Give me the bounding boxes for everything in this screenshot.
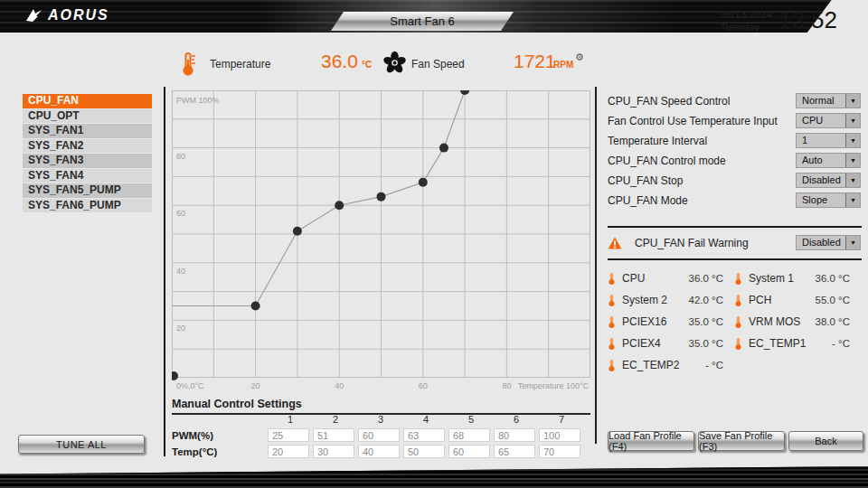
left-divider	[164, 87, 165, 456]
temp-input[interactable]: 20	[268, 445, 309, 458]
setting-label: CPU_FAN Speed Control	[608, 95, 796, 108]
fail-warning-dropdown[interactable]: Disabled ▼	[796, 235, 861, 250]
page-title: Smart Fan 6	[331, 12, 514, 31]
thermometer-mini-icon	[608, 294, 616, 307]
dropdown-value: Disabled	[797, 174, 845, 187]
pwm-row-label: PWM(%)	[172, 430, 213, 441]
setting-label: Temperature Interval	[608, 135, 796, 147]
chevron-down-icon[interactable]: ▼	[845, 94, 860, 108]
svg-text:0%,0°C: 0%,0°C	[176, 381, 204, 390]
setting-dropdown[interactable]: Auto ▼	[796, 153, 861, 168]
setting-dropdown[interactable]: CPU ▼	[796, 113, 861, 128]
column-header: 7	[539, 414, 584, 425]
pwm-input[interactable]: 80	[494, 428, 535, 442]
temp-input[interactable]: 50	[403, 445, 445, 458]
pwm-input[interactable]: 51	[313, 428, 354, 442]
fan-list-item[interactable]: SYS_FAN1	[23, 124, 152, 138]
tune-all-button[interactable]: TUNE ALL	[18, 435, 145, 454]
save-fan-profile-button[interactable]: Save Fan Profile (F3)	[698, 431, 785, 451]
setting-dropdown[interactable]: Disabled ▼	[796, 173, 861, 188]
fan-curve-svg: PWM 100%806040200%,0°C20406080Temperatur…	[172, 90, 590, 394]
temp-input[interactable]: 65	[494, 445, 535, 458]
temp-label: EC_TEMP2	[622, 359, 679, 371]
thermometer-mini-icon	[608, 337, 616, 351]
setting-dropdown[interactable]: Normal ▼	[796, 93, 861, 108]
chevron-down-icon[interactable]: ▼	[845, 193, 860, 207]
thermometer-mini-icon	[608, 315, 616, 329]
weekday-text: Tuesday	[720, 21, 772, 33]
setting-dropdown[interactable]: Slope ▼	[796, 192, 861, 208]
warning-icon	[608, 237, 622, 249]
temp-value: - °C	[832, 338, 861, 349]
fan-list: CPU_FAN CPU_OPT SYS_FAN1 SYS_FAN2 SYS_FA…	[23, 94, 152, 213]
pwm-input[interactable]: 100	[539, 428, 580, 442]
date-text: 08/13/2024	[720, 8, 772, 21]
dropdown-value: 1	[797, 134, 845, 147]
setting-label: Fan Control Use Temperature Input	[608, 115, 796, 127]
column-header: 4	[403, 414, 448, 425]
column-header: 3	[358, 414, 403, 425]
svg-text:20: 20	[176, 324, 185, 333]
temperature-unit: °C	[362, 60, 372, 70]
chevron-down-icon[interactable]: ▼	[845, 236, 860, 249]
fan-list-item[interactable]: CPU_OPT	[23, 109, 152, 124]
logo-text: AORUS	[48, 7, 109, 23]
temp-label: PCIEX16	[622, 315, 666, 328]
svg-text:40: 40	[335, 381, 344, 390]
column-header: 6	[494, 414, 539, 425]
temp-input[interactable]: 70	[539, 445, 580, 458]
fan-list-item[interactable]: SYS_FAN6_PUMP	[23, 199, 152, 213]
setting-row: Temperature Interval 1 ▼	[608, 133, 861, 148]
back-button[interactable]: Back	[788, 431, 863, 451]
dropdown-value: CPU	[797, 114, 845, 127]
fan-icon	[382, 51, 407, 75]
setting-row: CPU_FAN Mode Slope ▼	[608, 192, 861, 208]
load-fan-profile-button[interactable]: Load Fan Profile (F4)	[608, 431, 694, 451]
separator	[608, 226, 862, 228]
setting-dropdown[interactable]: 1 ▼	[796, 133, 861, 148]
chevron-down-icon[interactable]: ▼	[845, 154, 860, 167]
pwm-input[interactable]: 25	[268, 428, 309, 442]
chevron-down-icon[interactable]: ▼	[845, 134, 860, 147]
fan-list-item[interactable]: SYS_FAN5_PUMP	[23, 183, 152, 198]
temp-reading: VRM MOS 38.0 °C	[734, 311, 861, 333]
thermometer-mini-icon	[734, 337, 742, 351]
fan-list-item[interactable]: CPU_FAN	[23, 94, 152, 108]
fan-list-item[interactable]: SYS_FAN2	[23, 139, 152, 154]
chevron-down-icon[interactable]: ▼	[845, 114, 860, 127]
temp-row-label: Temp(°C)	[172, 446, 217, 457]
temp-label: PCH	[749, 294, 771, 306]
fan-list-item[interactable]: SYS_FAN4	[23, 169, 152, 183]
dropdown-value: Normal	[797, 94, 845, 108]
temp-value: 38.0 °C	[816, 316, 861, 327]
temp-input[interactable]: 40	[358, 445, 400, 458]
pwm-input[interactable]: 60	[358, 428, 400, 442]
svg-text:20: 20	[251, 381, 260, 390]
svg-text:40: 40	[176, 267, 185, 276]
temp-reading: System 1 36.0 °C	[734, 267, 861, 289]
temp-reading: EC_TEMP2 - °C	[608, 354, 734, 376]
temp-label: EC_TEMP1	[749, 337, 806, 350]
fan-list-item[interactable]: SYS_FAN3	[23, 154, 152, 168]
setting-row: CPU_FAN Stop Disabled ▼	[608, 173, 861, 188]
chevron-down-icon[interactable]: ▼	[845, 174, 860, 187]
svg-text:PWM 100%: PWM 100%	[176, 96, 220, 105]
temp-input[interactable]: 30	[313, 445, 354, 458]
pwm-input[interactable]: 68	[448, 428, 490, 442]
temp-reading: PCH 55.0 °C	[734, 289, 861, 311]
thermometer-mini-icon	[608, 359, 616, 372]
temp-label: System 1	[749, 272, 794, 285]
gear-icon[interactable]: ⚙	[575, 52, 584, 63]
thermometer-mini-icon	[734, 272, 742, 286]
pwm-row: 25 51 60 63 68 80 100	[268, 428, 584, 442]
temp-input[interactable]: 60	[448, 445, 490, 458]
setting-row: CPU_FAN Control mode Auto ▼	[608, 153, 861, 168]
temperature-value: 36.0	[321, 51, 358, 72]
fan-speed-unit: RPM	[553, 60, 573, 70]
temp-reading: EC_TEMP1 - °C	[734, 333, 861, 354]
fan-curve-chart[interactable]: PWM 100%806040200%,0°C20406080Temperatur…	[172, 90, 590, 394]
setting-label: CPU_FAN Mode	[608, 194, 796, 207]
temp-value: 55.0 °C	[816, 295, 861, 305]
setting-row: CPU_FAN Speed Control Normal ▼	[608, 93, 861, 108]
pwm-input[interactable]: 63	[403, 428, 445, 442]
